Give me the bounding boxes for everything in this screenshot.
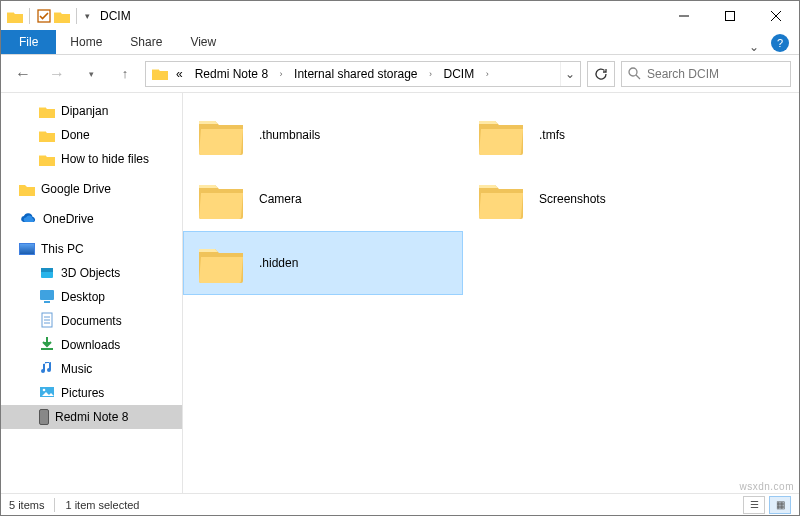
sidebar-item-label: OneDrive (43, 212, 94, 226)
sidebar-item-this-pc[interactable]: This PC (1, 237, 182, 261)
documents-icon (39, 312, 55, 331)
sidebar-item-label: Google Drive (41, 182, 111, 196)
maximize-button[interactable] (707, 1, 753, 31)
svg-rect-4 (41, 268, 53, 272)
titlebar[interactable]: ▾ DCIM (1, 1, 799, 31)
folder-item-label: .tmfs (539, 128, 565, 142)
sidebar-item-label: Music (61, 362, 92, 376)
forward-button[interactable]: → (43, 60, 71, 88)
sidebar-item-quick[interactable]: Done (1, 123, 182, 147)
address-bar: ← → ▾ ↑ « Redmi Note 8 › Internal shared… (1, 55, 799, 93)
sidebar-item-label: Desktop (61, 290, 105, 304)
help-icon[interactable]: ? (771, 34, 789, 52)
qat-dropdown-icon[interactable]: ▾ (83, 9, 92, 23)
music-icon (39, 360, 55, 379)
up-button[interactable]: ↑ (111, 60, 139, 88)
recent-dropdown-icon[interactable]: ▾ (77, 60, 105, 88)
svg-point-2 (629, 68, 637, 76)
sidebar-item-quick[interactable]: How to hide files (1, 147, 182, 171)
status-bar: 5 items 1 item selected ☰ ▦ (1, 493, 799, 515)
folder-icon (477, 179, 525, 219)
refresh-button[interactable] (587, 61, 615, 87)
chevron-right-icon[interactable]: › (274, 69, 288, 79)
sidebar-item-onedrive[interactable]: OneDrive (1, 207, 182, 231)
address-folder-icon (152, 67, 168, 80)
pictures-icon (39, 384, 55, 403)
sidebar-item-label: Done (61, 128, 90, 142)
nav-pane[interactable]: DipanjanDoneHow to hide files Google Dri… (1, 93, 183, 493)
chevron-right-icon[interactable]: › (423, 69, 437, 79)
qat-checkbox-icon[interactable] (36, 8, 52, 24)
search-icon (628, 67, 641, 80)
minimize-button[interactable] (661, 1, 707, 31)
sidebar-item-google-drive[interactable]: Google Drive (1, 177, 182, 201)
chevron-right-icon[interactable]: › (480, 69, 494, 79)
svg-rect-1 (726, 12, 735, 21)
watermark: wsxdn.com (739, 481, 794, 492)
tab-view[interactable]: View (176, 30, 230, 54)
file-tab[interactable]: File (1, 30, 56, 54)
tab-home[interactable]: Home (56, 30, 116, 54)
svg-point-10 (43, 388, 46, 391)
folder-item[interactable]: .tmfs (463, 103, 743, 167)
sidebar-item-label: This PC (41, 242, 84, 256)
folder-icon (197, 115, 245, 155)
sidebar-item-label: Redmi Note 8 (55, 410, 128, 424)
this-pc-icon (19, 243, 35, 255)
search-input[interactable]: Search DCIM (621, 61, 791, 87)
folder-icon (39, 105, 55, 118)
3d-icon (39, 264, 55, 283)
address-dropdown-icon[interactable]: ⌄ (560, 62, 578, 86)
breadcrumb-overflow[interactable]: « (170, 62, 189, 86)
close-button[interactable] (753, 1, 799, 31)
svg-rect-5 (40, 290, 54, 300)
breadcrumb-seg[interactable]: DCIM (437, 62, 480, 86)
breadcrumb-seg[interactable]: Redmi Note 8 (189, 62, 274, 86)
sidebar-item-label: How to hide files (61, 152, 149, 166)
sidebar-item-label: Pictures (61, 386, 104, 400)
folder-item[interactable]: .hidden (183, 231, 463, 295)
folder-item[interactable]: Camera (183, 167, 463, 231)
ribbon-collapse-icon[interactable]: ⌄ (741, 40, 767, 54)
sidebar-item-phone[interactable]: Redmi Note 8 (1, 405, 182, 429)
address-box[interactable]: « Redmi Note 8 › Internal shared storage… (145, 61, 581, 87)
app-icon (7, 10, 23, 23)
sidebar-item-documents[interactable]: Documents (1, 309, 182, 333)
folder-item[interactable]: Screenshots (463, 167, 743, 231)
search-placeholder: Search DCIM (647, 67, 719, 81)
desktop-icon (39, 288, 55, 307)
sidebar-item-label: Dipanjan (61, 104, 108, 118)
folder-item[interactable]: .thumbnails (183, 103, 463, 167)
folder-item-label: Camera (259, 192, 302, 206)
status-count: 5 items (9, 499, 44, 511)
folder-icon (39, 153, 55, 166)
window-title: DCIM (100, 9, 131, 23)
ribbon-tabs: File Home Share View ⌄ ? (1, 31, 799, 55)
breadcrumb-seg[interactable]: Internal shared storage (288, 62, 423, 86)
folder-item-label: Screenshots (539, 192, 606, 206)
sidebar-item-desktop[interactable]: Desktop (1, 285, 182, 309)
sidebar-item-music[interactable]: Music (1, 357, 182, 381)
sidebar-item-label: Documents (61, 314, 122, 328)
sidebar-item-downloads[interactable]: Downloads (1, 333, 182, 357)
folder-icon (39, 129, 55, 142)
back-button[interactable]: ← (9, 60, 37, 88)
onedrive-icon (19, 213, 37, 225)
phone-icon (39, 409, 49, 425)
sidebar-item-3d[interactable]: 3D Objects (1, 261, 182, 285)
folder-icon (197, 179, 245, 219)
file-explorer-window: ▾ DCIM File Home Share View ⌄ ? ← → ▾ ↑ … (0, 0, 800, 516)
status-selected: 1 item selected (65, 499, 139, 511)
tab-share[interactable]: Share (116, 30, 176, 54)
folder-item-label: .thumbnails (259, 128, 320, 142)
svg-rect-8 (41, 348, 53, 350)
view-details-button[interactable]: ☰ (743, 496, 765, 514)
view-icons-button[interactable]: ▦ (769, 496, 791, 514)
folder-icon (19, 183, 35, 196)
sidebar-item-quick[interactable]: Dipanjan (1, 99, 182, 123)
sidebar-item-label: Downloads (61, 338, 120, 352)
qat-folder-icon[interactable] (54, 10, 70, 23)
sidebar-item-pictures[interactable]: Pictures (1, 381, 182, 405)
content-pane[interactable]: .thumbnails.tmfsCameraScreenshots.hidden (183, 93, 799, 493)
folder-item-label: .hidden (259, 256, 298, 270)
